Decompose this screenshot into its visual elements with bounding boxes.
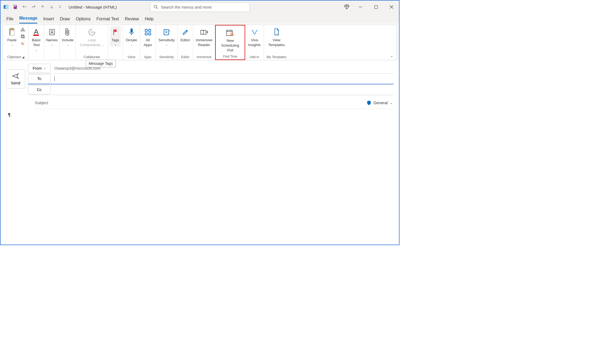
paste-button[interactable]: Paste ⌄ — [6, 26, 18, 47]
svg-text:A: A — [34, 28, 38, 35]
svg-rect-28 — [232, 32, 233, 36]
down-arrow-icon[interactable] — [48, 3, 55, 10]
svg-rect-9 — [11, 28, 13, 29]
tab-help[interactable]: Help — [145, 17, 154, 24]
include-button[interactable]: Include ⌄ — [60, 26, 75, 47]
ribbon: Paste ⌄ Clipboard◢ A BasicText ⌄ — [3, 25, 397, 60]
cc-button[interactable]: Cc — [28, 85, 51, 94]
sensitivity-icon — [163, 27, 171, 37]
basic-text-button[interactable]: A BasicText ⌄ — [30, 26, 42, 53]
to-input[interactable] — [54, 76, 55, 81]
svg-rect-14 — [21, 35, 24, 37]
group-voice: Dictate ⌄ Voice — [123, 25, 140, 60]
svg-text:O: O — [5, 6, 7, 9]
send-button[interactable]: Send — [6, 69, 25, 89]
svg-rect-23 — [145, 33, 147, 35]
outlook-icon: O — [3, 3, 10, 10]
message-body[interactable]: ¶ — [6, 109, 394, 121]
format-painter-icon[interactable] — [20, 40, 26, 46]
svg-rect-20 — [131, 29, 132, 32]
minimize-button[interactable] — [355, 2, 366, 12]
chevron-down-icon: ⌄ — [390, 101, 393, 105]
tab-draw[interactable]: Draw — [60, 17, 70, 24]
send-icon — [12, 73, 19, 79]
compose-area: Send From ⌄ Owaexp3@microsoft.com To Cc … — [1, 60, 399, 121]
svg-point-18 — [51, 31, 53, 32]
microphone-icon — [128, 27, 135, 37]
window-title: Untitled - Message (HTML) — [69, 5, 117, 9]
maximize-button[interactable] — [371, 2, 381, 12]
address-book-icon — [48, 27, 56, 37]
flag-icon — [112, 27, 119, 37]
group-templates: ViewTemplates My Templates — [264, 25, 289, 60]
tab-message[interactable]: Message — [19, 16, 38, 24]
up-arrow-icon[interactable] — [39, 3, 46, 10]
svg-rect-13 — [22, 36, 24, 38]
group-addin: VivaInsights Add-in — [245, 25, 264, 60]
close-button[interactable] — [386, 2, 397, 12]
scheduling-poll-button[interactable]: NewScheduling Poll — [217, 27, 243, 53]
pen-icon — [182, 27, 189, 37]
redo-icon[interactable] — [30, 3, 37, 10]
svg-rect-24 — [148, 33, 151, 35]
group-apps: AllApps Apps — [140, 25, 156, 60]
svg-rect-26 — [226, 30, 232, 36]
qat-customize-icon[interactable] — [57, 3, 63, 10]
dialog-launcher-icon[interactable]: ◢ — [22, 55, 24, 59]
save-icon[interactable] — [12, 3, 19, 10]
loop-components-button[interactable]: LoopComponents ⌄ — [78, 26, 105, 48]
search-box[interactable]: Search the menus and more — [150, 2, 250, 12]
svg-point-19 — [91, 31, 93, 33]
group-basic-text: A BasicText ⌄ — [29, 25, 44, 60]
all-apps-button[interactable]: AllApps — [142, 26, 154, 48]
tab-file[interactable]: File — [6, 17, 13, 24]
group-editor: Editor Editor — [178, 25, 193, 60]
diamond-icon[interactable] — [343, 3, 350, 10]
tags-tooltip: Message Tags — [86, 60, 116, 67]
svg-rect-17 — [49, 29, 54, 35]
tab-insert[interactable]: Insert — [43, 17, 54, 24]
group-clipboard: Paste ⌄ Clipboard◢ — [3, 25, 29, 60]
sensitivity-picker[interactable]: General ⌄ — [367, 100, 393, 106]
group-immersive: ImmersiveReader Immersive — [193, 25, 215, 60]
chevron-down-icon: ⌄ — [11, 43, 13, 46]
undo-icon[interactable] — [21, 3, 28, 10]
dictate-button[interactable]: Dictate ⌄ — [124, 26, 139, 47]
svg-rect-29 — [233, 34, 234, 36]
svg-point-3 — [154, 5, 157, 8]
group-find-time: NewScheduling Poll Find Time — [215, 25, 245, 60]
names-button[interactable]: Names ⌄ — [44, 26, 59, 47]
tab-review[interactable]: Review — [125, 17, 139, 24]
tab-options[interactable]: Options — [76, 17, 91, 24]
sensitivity-button[interactable]: Sensitivity ⌄ — [157, 26, 176, 47]
svg-rect-21 — [145, 29, 147, 32]
ribbon-tabs: File Message Insert Draw Options Format … — [1, 13, 399, 24]
from-button[interactable]: From ⌄ — [28, 64, 51, 73]
svg-rect-25 — [164, 29, 169, 35]
view-templates-button[interactable]: ViewTemplates — [267, 26, 286, 48]
loop-icon — [88, 27, 96, 37]
svg-rect-5 — [374, 5, 377, 8]
calendar-poll-icon — [226, 28, 235, 38]
immersive-reader-button[interactable]: ImmersiveReader — [194, 26, 214, 48]
text-color-icon: A — [33, 27, 40, 37]
book-audio-icon — [200, 27, 208, 37]
svg-rect-27 — [230, 33, 231, 36]
copy-icon[interactable] — [20, 33, 26, 39]
search-placeholder: Search the menus and more — [161, 5, 212, 9]
viva-insights-button[interactable]: VivaInsights — [247, 26, 262, 48]
editor-button[interactable]: Editor — [179, 26, 192, 43]
svg-rect-10 — [10, 30, 14, 35]
group-include: Include ⌄ — [60, 25, 76, 60]
title-bar: O Untitled - Message (HTML) Search the m… — [1, 1, 399, 13]
group-collaborate: LoopComponents ⌄ Collaborate — [76, 25, 108, 60]
cut-icon[interactable] — [20, 27, 26, 32]
chevron-down-icon: ⌄ — [43, 66, 46, 70]
tags-button[interactable]: Tags ⌄ — [110, 26, 121, 47]
group-sensitivity: Sensitivity ⌄ Sensitivity — [156, 25, 178, 60]
to-button[interactable]: To — [28, 74, 51, 83]
tab-format-text[interactable]: Format Text — [96, 17, 119, 24]
ribbon-collapse-icon[interactable]: ⌄ — [390, 54, 393, 58]
paperclip-icon — [65, 27, 71, 37]
group-names: Names ⌄ — [44, 25, 60, 60]
